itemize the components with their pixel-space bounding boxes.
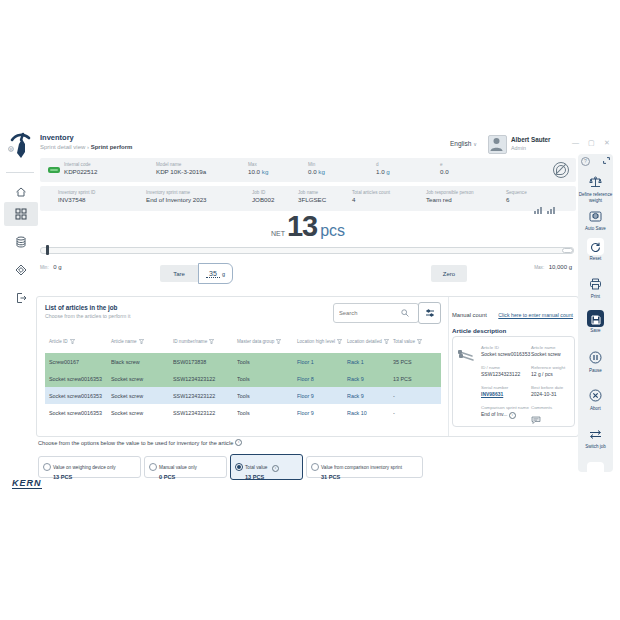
min-value: 0 g: [53, 264, 61, 270]
filter-funnel-icon[interactable]: [417, 339, 422, 344]
filter-funnel-icon[interactable]: [276, 339, 281, 344]
language-selector[interactable]: English ∨: [450, 140, 477, 147]
breadcrumb: Sprint detail view › Sprint perform: [40, 144, 132, 150]
tare-input[interactable]: [206, 270, 220, 278]
sprint-field: Job IDJOB002: [252, 190, 274, 203]
desc-field: Best before date2024-10-31: [531, 385, 563, 397]
tare-value-box: g: [198, 263, 233, 284]
info-icon[interactable]: i: [272, 465, 279, 472]
net-unit: pcs: [320, 222, 345, 240]
toolbar-overflow-button[interactable]: [578, 462, 613, 472]
sprint-field: Sequence6: [506, 190, 527, 203]
filter-funnel-icon[interactable]: [384, 339, 389, 344]
desc-field: Comments: [531, 405, 552, 428]
filter-funnel-icon[interactable]: [70, 339, 75, 344]
location-link[interactable]: Floor 8: [297, 376, 314, 382]
breadcrumb-separator-icon: ›: [87, 144, 89, 150]
desc-field: Article nameSocket screw: [531, 345, 561, 357]
info-icon[interactable]: i: [235, 439, 242, 446]
options-row: Value on weighing device only13 PCS Manu…: [38, 454, 423, 480]
breadcrumb-current: Sprint perform: [91, 144, 133, 150]
minimize-button[interactable]: —: [572, 139, 579, 146]
device-info-bar: Internal codeKDP022512 Model nameKDP 10K…: [40, 158, 576, 182]
page-title: Inventory: [40, 133, 74, 142]
column-header: Location detailed: [347, 339, 393, 344]
header: Inventory Sprint detail view › Sprint pe…: [40, 132, 612, 158]
location-link[interactable]: Rack 9: [347, 376, 364, 382]
desc-field: Serial numberINV98631: [481, 385, 508, 397]
expand-panel-icon[interactable]: [603, 157, 610, 164]
save-button[interactable]: Save: [578, 310, 613, 334]
sidebar-item-apps[interactable]: [4, 202, 38, 226]
print-button[interactable]: Print: [578, 276, 613, 300]
breadcrumb-parent[interactable]: Sprint detail view: [40, 144, 85, 150]
search-icon: [401, 309, 409, 317]
radio-icon: [311, 463, 319, 471]
column-header: Total value: [393, 339, 441, 344]
tare-button[interactable]: Tare: [160, 265, 198, 282]
pause-icon: [589, 351, 602, 364]
switch-job-button[interactable]: Switch job: [578, 426, 613, 450]
switch-job-icon: [589, 429, 602, 440]
desc-field: Comparison sprint nameEnd of Inv... i: [481, 405, 529, 419]
chevron-down-icon: ∨: [473, 141, 477, 147]
table-row[interactable]: Socket screw0016353Socket screw SSW12343…: [45, 404, 441, 421]
sidebar-item-home[interactable]: [4, 180, 38, 204]
desc-field: ID / nameSSW1234323122: [481, 365, 520, 377]
auto-save-button[interactable]: Auto Save: [578, 208, 613, 232]
articles-title: List of articles in the job: [45, 304, 117, 311]
settings-icon: [15, 264, 27, 276]
zero-button[interactable]: Zero: [431, 265, 467, 282]
option-total-value[interactable]: Total value i13 PCS: [230, 454, 303, 480]
location-link[interactable]: Rack 10: [347, 410, 367, 416]
comment-icon[interactable]: [531, 416, 541, 424]
article-description-title: Article description: [452, 327, 506, 334]
option-manual-value-only[interactable]: Manual value only0 PCS: [144, 456, 227, 478]
pause-button[interactable]: Pause: [578, 350, 613, 374]
sidebar-item-settings[interactable]: [4, 258, 38, 282]
sidebar-item-logout[interactable]: [4, 286, 38, 310]
abort-button[interactable]: Abort: [578, 388, 613, 412]
table-row[interactable]: Screw00167Black screw BSW0173838Tools Fl…: [45, 353, 441, 370]
filter-funnel-icon[interactable]: [209, 339, 214, 344]
sprint-field: Job name3FLGSEC: [298, 190, 326, 203]
sidebar-item-database[interactable]: [4, 230, 38, 254]
search-input[interactable]: [337, 309, 401, 317]
filter-sliders-icon: [425, 308, 435, 318]
option-comparison-sprint-value[interactable]: Value from comparison inventory sprint31…: [306, 456, 423, 478]
info-icon[interactable]: i: [509, 412, 516, 419]
home-icon: [15, 186, 27, 198]
column-header: Location high level: [297, 339, 347, 344]
column-header: ID number/name: [173, 339, 237, 344]
filter-funnel-icon[interactable]: [139, 339, 144, 344]
article-description-card: Article IDSocket screw0016353 Article na…: [452, 336, 575, 427]
table-row[interactable]: Socket screw0016353Socket screw SSW12343…: [45, 370, 441, 387]
table-row-selected[interactable]: Socket screw0016353Socket screw SSW12343…: [45, 387, 441, 404]
save-icon: [591, 315, 601, 325]
manual-count-link[interactable]: Click here to enter manual count: [452, 312, 573, 318]
location-link[interactable]: Rack 9: [347, 393, 364, 399]
device-field: e 0.0: [440, 162, 449, 175]
abort-icon: [589, 389, 602, 402]
search-box: [333, 303, 419, 323]
serial-number-link[interactable]: INV98631: [481, 391, 508, 397]
close-button[interactable]: ✕: [604, 139, 610, 147]
location-link[interactable]: Floor 9: [297, 393, 314, 399]
reference-weight-icon: [589, 176, 602, 188]
hands-free-status-icon[interactable]: [553, 162, 569, 178]
location-link[interactable]: Rack 1: [347, 359, 364, 365]
maximize-button[interactable]: ▢: [588, 139, 595, 147]
location-link[interactable]: Floor 9: [297, 410, 314, 416]
sprint-info-bar: Inventory sprint IDINV37548 Inventory sp…: [40, 186, 576, 211]
help-icon[interactable]: ?: [581, 157, 590, 166]
filter-button[interactable]: [418, 302, 441, 324]
reset-button[interactable]: Reset: [578, 238, 613, 262]
define-reference-weight-button[interactable]: Define reference weight: [578, 174, 613, 203]
net-label: NET: [271, 230, 285, 237]
avatar[interactable]: [488, 135, 507, 154]
location-link[interactable]: Floor 1: [297, 359, 314, 365]
min-label: Min:: [40, 265, 49, 270]
filter-funnel-icon[interactable]: [337, 339, 342, 344]
user-name: Albert Sauter: [511, 136, 551, 143]
option-weighing-device-only[interactable]: Value on weighing device only13 PCS: [38, 456, 141, 478]
